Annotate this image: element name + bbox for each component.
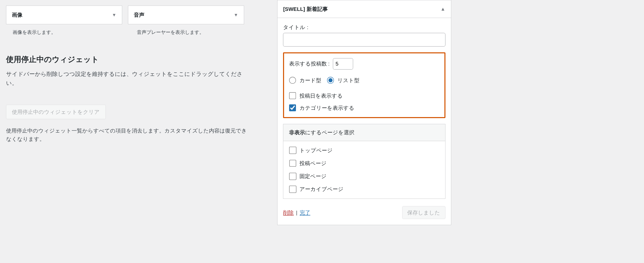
show-category-checkbox[interactable]: カテゴリーを表示する [289,104,440,112]
widget-item-desc: 画像を表示します。 [13,29,124,36]
show-category-label: カテゴリーを表示する [299,104,354,112]
hide-pages-header: 非表示にするページを選択 [283,124,445,141]
widget-item-desc: 音声プレーヤーを表示します。 [137,29,248,36]
widget-item-image[interactable]: 画像 ▼ [6,6,122,24]
layout-list-label: リスト型 [337,77,359,84]
hide-top-checkbox[interactable]: トップページ [289,147,439,154]
hide-page-label: 固定ページ [299,173,327,180]
hide-top-label: トップページ [299,147,333,154]
widget-item-title: 音声 [134,11,144,18]
inactive-widgets-desc: サイドバーから削除しつつ設定を維持するには、ウィジェットをここにドラッグしてくだ… [6,70,249,88]
hide-archive-checkbox-input[interactable] [289,186,296,193]
title-input[interactable] [283,33,445,47]
separator: | [296,210,297,215]
chevron-up-icon: ▲ [441,6,445,12]
show-date-checkbox-input[interactable] [289,92,296,99]
inactive-widgets-heading: 使用停止中のウィジェット [6,54,249,65]
widget-item-title: 画像 [12,11,23,18]
show-category-checkbox-input[interactable] [289,104,296,112]
done-link[interactable]: 完了 [300,210,310,215]
hide-post-checkbox-input[interactable] [289,160,296,167]
widget-item-audio[interactable]: 音声 ▼ [128,6,244,24]
widget-settings-panel: [SWELL] 新着記事 ▲ タイトル : 表示する投稿数 : カード型 [277,0,451,225]
show-date-label: 投稿日を表示する [299,92,343,99]
hide-pages-panel: 非表示にするページを選択 トップページ 投稿ページ 固定ページ [283,124,445,199]
chevron-down-icon: ▼ [112,12,116,18]
layout-list-radio-input[interactable] [327,77,334,84]
hide-archive-label: アーカイブページ [299,186,344,193]
layout-card-radio-input[interactable] [289,77,296,84]
saved-button[interactable]: 保存しました [402,206,445,219]
hide-pages-header-rest: にするページを選択 [305,129,354,135]
clear-inactive-button[interactable]: 使用停止中のウィジェットをクリア [6,105,106,119]
hide-page-checkbox-input[interactable] [289,173,296,180]
panel-footer-links: 削除 | 完了 [283,209,310,216]
post-count-input[interactable] [333,58,353,70]
panel-header[interactable]: [SWELL] 新着記事 ▲ [277,0,451,18]
panel-title: [SWELL] 新着記事 [283,6,328,13]
layout-card-label: カード型 [299,77,321,84]
highlighted-settings: 表示する投稿数 : カード型 リスト型 投 [283,52,445,118]
layout-list-radio[interactable]: リスト型 [327,77,360,84]
hide-pages-header-bold: 非表示 [289,129,305,135]
hide-page-checkbox[interactable]: 固定ページ [289,173,439,180]
hide-post-checkbox[interactable]: 投稿ページ [289,160,439,167]
show-date-checkbox[interactable]: 投稿日を表示する [289,92,440,99]
chevron-down-icon: ▼ [234,12,238,18]
layout-card-radio[interactable]: カード型 [289,77,321,84]
title-field-label: タイトル : [283,24,445,31]
hide-post-label: 投稿ページ [299,160,327,167]
hide-top-checkbox-input[interactable] [289,147,296,154]
hide-archive-checkbox[interactable]: アーカイブページ [289,186,439,193]
clear-inactive-desc: 使用停止中のウィジェット一覧からすべての項目を消去します。カスタマイズした内容は… [6,126,249,143]
post-count-label: 表示する投稿数 : [289,60,330,67]
delete-link[interactable]: 削除 [283,210,294,215]
